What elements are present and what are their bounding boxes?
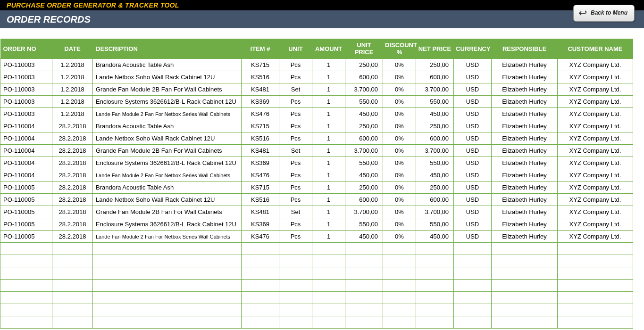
cell-empty[interactable] bbox=[492, 255, 558, 267]
cell-empty[interactable] bbox=[383, 292, 416, 304]
cell-customer[interactable]: XYZ Company Ltd. bbox=[558, 120, 633, 132]
cell-empty[interactable] bbox=[492, 267, 558, 280]
cell-empty[interactable] bbox=[558, 292, 633, 304]
table-row[interactable]: PO-11000428.2.2018Lande Fan Module 2 Fan… bbox=[0, 169, 633, 182]
cell-empty[interactable] bbox=[93, 255, 242, 267]
cell-currency[interactable]: USD bbox=[454, 194, 492, 206]
cell-net-price[interactable]: 250,00 bbox=[416, 182, 454, 194]
cell-amount[interactable]: 1 bbox=[312, 182, 345, 194]
cell-unit[interactable]: Set bbox=[279, 83, 312, 96]
cell-empty[interactable] bbox=[345, 280, 383, 292]
cell-date[interactable]: 28.2.2018 bbox=[52, 120, 93, 132]
cell-item[interactable]: KS476 bbox=[242, 108, 279, 120]
cell-empty[interactable] bbox=[279, 280, 312, 292]
cell-responsible[interactable]: Elizabeth Hurley bbox=[492, 206, 558, 218]
cell-amount[interactable]: 1 bbox=[312, 206, 345, 218]
cell-customer[interactable]: XYZ Company Ltd. bbox=[558, 194, 633, 206]
cell-empty[interactable] bbox=[416, 255, 454, 267]
cell-empty[interactable] bbox=[312, 304, 345, 316]
cell-customer[interactable]: XYZ Company Ltd. bbox=[558, 83, 633, 96]
cell-responsible[interactable]: Elizabeth Hurley bbox=[492, 83, 558, 96]
cell-empty[interactable] bbox=[242, 304, 279, 316]
cell-net-price[interactable]: 550,00 bbox=[416, 157, 454, 169]
cell-empty[interactable] bbox=[558, 243, 633, 255]
cell-unit-price[interactable]: 250,00 bbox=[345, 182, 383, 194]
cell-empty[interactable] bbox=[52, 280, 93, 292]
cell-unit-price[interactable]: 250,00 bbox=[345, 120, 383, 132]
cell-date[interactable]: 28.2.2018 bbox=[52, 206, 93, 218]
cell-description[interactable]: Lande Netbox Soho Wall Rack Cabinet 12U bbox=[93, 132, 242, 145]
cell-empty[interactable] bbox=[93, 267, 242, 280]
cell-currency[interactable]: USD bbox=[454, 206, 492, 218]
cell-unit-price[interactable]: 550,00 bbox=[345, 96, 383, 108]
cell-empty[interactable] bbox=[383, 243, 416, 255]
cell-empty[interactable] bbox=[312, 280, 345, 292]
cell-empty[interactable] bbox=[454, 267, 492, 280]
cell-net-price[interactable]: 3.700,00 bbox=[416, 83, 454, 96]
cell-amount[interactable]: 1 bbox=[312, 83, 345, 96]
cell-unit[interactable]: Pcs bbox=[279, 218, 312, 231]
cell-empty[interactable] bbox=[279, 243, 312, 255]
cell-discount[interactable]: 0% bbox=[383, 145, 416, 157]
cell-empty[interactable] bbox=[558, 316, 633, 329]
cell-discount[interactable]: 0% bbox=[383, 194, 416, 206]
cell-unit-price[interactable]: 3.700,00 bbox=[345, 145, 383, 157]
cell-responsible[interactable]: Elizabeth Hurley bbox=[492, 145, 558, 157]
cell-empty[interactable] bbox=[345, 255, 383, 267]
cell-amount[interactable]: 1 bbox=[312, 157, 345, 169]
cell-description[interactable]: Brandora Acoustic Table Ash bbox=[93, 120, 242, 132]
cell-unit[interactable]: Pcs bbox=[279, 120, 312, 132]
cell-amount[interactable]: 1 bbox=[312, 96, 345, 108]
cell-item[interactable]: KS481 bbox=[242, 206, 279, 218]
table-row-empty[interactable] bbox=[0, 304, 633, 316]
cell-responsible[interactable]: Elizabeth Hurley bbox=[492, 169, 558, 182]
cell-date[interactable]: 28.2.2018 bbox=[52, 169, 93, 182]
table-row[interactable]: PO-11000428.2.2018Brandora Acoustic Tabl… bbox=[0, 120, 633, 132]
cell-empty[interactable] bbox=[492, 304, 558, 316]
cell-empty[interactable] bbox=[558, 255, 633, 267]
cell-empty[interactable] bbox=[279, 255, 312, 267]
cell-customer[interactable]: XYZ Company Ltd. bbox=[558, 206, 633, 218]
cell-unit[interactable]: Pcs bbox=[279, 96, 312, 108]
cell-empty[interactable] bbox=[279, 292, 312, 304]
cell-description[interactable]: Brandora Acoustic Table Ash bbox=[93, 59, 242, 71]
cell-net-price[interactable]: 450,00 bbox=[416, 231, 454, 243]
table-row-empty[interactable] bbox=[0, 316, 633, 329]
cell-empty[interactable] bbox=[558, 280, 633, 292]
table-row[interactable]: PO-11000528.2.2018Grande Fan Module 2B F… bbox=[0, 206, 633, 218]
cell-empty[interactable] bbox=[345, 292, 383, 304]
cell-net-price[interactable]: 250,00 bbox=[416, 120, 454, 132]
cell-empty[interactable] bbox=[0, 255, 52, 267]
cell-currency[interactable]: USD bbox=[454, 157, 492, 169]
cell-customer[interactable]: XYZ Company Ltd. bbox=[558, 96, 633, 108]
cell-order-no[interactable]: PO-110004 bbox=[0, 132, 52, 145]
cell-net-price[interactable]: 450,00 bbox=[416, 108, 454, 120]
cell-responsible[interactable]: Elizabeth Hurley bbox=[492, 157, 558, 169]
cell-empty[interactable] bbox=[0, 267, 52, 280]
cell-discount[interactable]: 0% bbox=[383, 231, 416, 243]
cell-discount[interactable]: 0% bbox=[383, 120, 416, 132]
cell-currency[interactable]: USD bbox=[454, 71, 492, 83]
cell-discount[interactable]: 0% bbox=[383, 83, 416, 96]
cell-currency[interactable]: USD bbox=[454, 83, 492, 96]
cell-discount[interactable]: 0% bbox=[383, 157, 416, 169]
cell-empty[interactable] bbox=[383, 267, 416, 280]
cell-empty[interactable] bbox=[242, 255, 279, 267]
cell-empty[interactable] bbox=[242, 243, 279, 255]
cell-unit[interactable]: Pcs bbox=[279, 108, 312, 120]
cell-empty[interactable] bbox=[312, 267, 345, 280]
cell-order-no[interactable]: PO-110005 bbox=[0, 231, 52, 243]
cell-item[interactable]: KS476 bbox=[242, 231, 279, 243]
cell-customer[interactable]: XYZ Company Ltd. bbox=[558, 59, 633, 71]
cell-unit[interactable]: Pcs bbox=[279, 182, 312, 194]
cell-amount[interactable]: 1 bbox=[312, 218, 345, 231]
cell-date[interactable]: 1.2.2018 bbox=[52, 108, 93, 120]
cell-item[interactable]: KS476 bbox=[242, 169, 279, 182]
cell-customer[interactable]: XYZ Company Ltd. bbox=[558, 231, 633, 243]
cell-discount[interactable]: 0% bbox=[383, 71, 416, 83]
cell-empty[interactable] bbox=[279, 267, 312, 280]
cell-order-no[interactable]: PO-110003 bbox=[0, 71, 52, 83]
cell-net-price[interactable]: 600,00 bbox=[416, 71, 454, 83]
cell-responsible[interactable]: Elizabeth Hurley bbox=[492, 231, 558, 243]
cell-discount[interactable]: 0% bbox=[383, 218, 416, 231]
